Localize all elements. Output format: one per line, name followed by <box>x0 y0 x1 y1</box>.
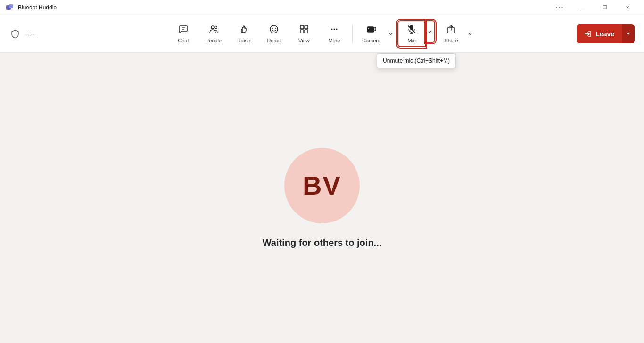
mic-button[interactable]: Mic <box>397 20 426 47</box>
view-label: View <box>298 38 310 43</box>
chat-label: Chat <box>178 38 189 43</box>
svg-point-14 <box>331 29 332 30</box>
main-content: BV Waiting for others to join... <box>0 53 644 343</box>
maximize-button[interactable]: ❐ <box>594 0 616 15</box>
camera-chevron[interactable] <box>386 23 396 45</box>
call-timer: --:-- <box>25 31 34 37</box>
svg-point-8 <box>272 28 273 29</box>
share-icon <box>446 24 456 36</box>
raise-label: Raise <box>237 38 250 43</box>
svg-point-7 <box>270 25 278 33</box>
waiting-text: Waiting for others to join... <box>263 237 382 248</box>
share-button[interactable]: Share <box>437 21 465 46</box>
view-button[interactable]: View <box>290 21 318 46</box>
svg-point-9 <box>275 28 276 29</box>
svg-text:T: T <box>9 6 11 8</box>
svg-rect-13 <box>305 30 308 33</box>
mic-label: Mic <box>408 38 416 43</box>
more-icon <box>329 24 339 36</box>
app-logo-area: T Bluedot Huddle <box>6 3 549 12</box>
toolbar-divider <box>352 24 353 43</box>
leave-label: Leave <box>595 30 614 38</box>
mic-chevron[interactable] <box>426 20 435 43</box>
avatar: BV <box>284 148 360 223</box>
more-button[interactable]: More <box>320 21 348 46</box>
svg-rect-10 <box>300 25 304 29</box>
svg-point-5 <box>211 26 214 29</box>
svg-rect-17 <box>367 27 374 32</box>
teams-icon: T <box>6 3 14 12</box>
raise-icon <box>239 24 249 36</box>
meeting-toolbar: --:-- Chat <box>0 15 644 53</box>
share-label: Share <box>444 38 458 43</box>
more-options-titlebar[interactable]: ··· <box>549 0 570 15</box>
chat-button[interactable]: Chat <box>169 21 198 46</box>
mic-group-wrapper: Mic Unmute mic (Ctrl+Shift+M) <box>397 20 435 47</box>
camera-group: Camera <box>356 21 396 46</box>
camera-icon <box>366 24 377 36</box>
toolbar-center-buttons: Chat People Raise <box>169 20 475 47</box>
shield-icon <box>9 28 21 40</box>
share-group: Share <box>437 21 475 46</box>
svg-point-15 <box>333 29 335 30</box>
svg-point-6 <box>215 26 217 29</box>
people-label: People <box>206 38 222 43</box>
react-button[interactable]: React <box>260 21 288 46</box>
view-icon <box>299 24 309 36</box>
camera-button[interactable]: Camera <box>356 21 386 46</box>
svg-rect-11 <box>305 25 308 29</box>
share-chevron[interactable] <box>465 23 475 45</box>
chat-icon <box>178 24 189 36</box>
title-bar: T Bluedot Huddle ··· — ❐ ✕ <box>0 0 644 15</box>
people-icon <box>208 24 219 36</box>
camera-label: Camera <box>362 38 380 43</box>
react-icon <box>269 24 279 36</box>
leave-chevron[interactable] <box>622 24 635 43</box>
raise-button[interactable]: Raise <box>230 21 258 46</box>
close-button[interactable]: ✕ <box>617 0 638 15</box>
react-label: React <box>267 38 281 43</box>
more-label: More <box>328 38 340 43</box>
people-button[interactable]: People <box>199 21 228 46</box>
mic-muted-icon <box>406 24 417 36</box>
app-title: Bluedot Huddle <box>18 4 57 11</box>
toolbar-left: --:-- <box>9 28 34 40</box>
avatar-initials: BV <box>303 170 341 201</box>
svg-rect-12 <box>300 30 304 33</box>
minimize-button[interactable]: — <box>571 0 593 15</box>
svg-point-16 <box>336 29 337 30</box>
leave-button[interactable]: Leave <box>577 24 622 43</box>
toolbar-right: Leave <box>577 24 635 43</box>
mic-group: Mic <box>397 20 435 47</box>
window-controls: ··· — ❐ ✕ <box>549 0 638 15</box>
